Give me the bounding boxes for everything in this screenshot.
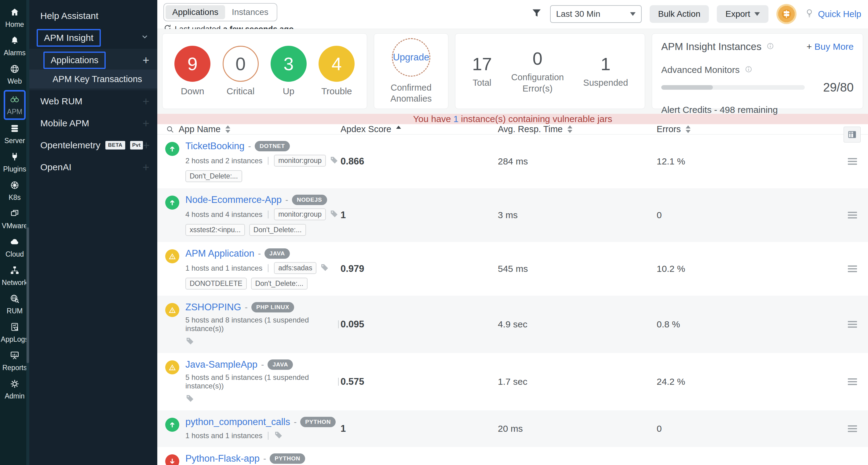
- plus-icon[interactable]: +: [143, 118, 149, 129]
- subnav-item-apm-key-transactions[interactable]: APM Key Transactions: [29, 70, 157, 89]
- rail-item-admin[interactable]: Admin: [5, 379, 25, 400]
- rail-item-web[interactable]: Web: [8, 64, 22, 86]
- status-critical[interactable]: 0 Critical: [223, 46, 259, 96]
- app-name-link[interactable]: Node-Ecommerce-App: [185, 194, 282, 205]
- row-menu-icon[interactable]: [848, 158, 857, 165]
- critical-count-circle[interactable]: 0: [223, 46, 259, 82]
- stat-suspended[interactable]: 1 Suspended: [583, 54, 628, 88]
- up-count-circle[interactable]: 3: [271, 46, 307, 82]
- subnav-item-web-rum[interactable]: Web RUM +: [29, 90, 157, 112]
- table-row[interactable]: Python-Flask-app - PYTHON 2 hosts and 2 …: [157, 447, 868, 465]
- subnav-item-help-assistant[interactable]: Help Assistant: [29, 5, 157, 27]
- rail-item-reports[interactable]: Reports: [2, 351, 27, 372]
- column-picker-button[interactable]: [843, 127, 861, 142]
- subnav-item-apm-insight[interactable]: APM Insight: [29, 27, 157, 49]
- table-row[interactable]: ZSHOPPING - PHP LINUX 5 hosts and 8 inst…: [157, 296, 868, 353]
- confirmed-anomalies-label: Confirmed Anomalies: [385, 82, 437, 104]
- rail-item-server[interactable]: Server: [4, 124, 25, 145]
- app-name-link[interactable]: TicketBooking: [185, 141, 245, 152]
- app-name-link[interactable]: ZSHOPPING: [185, 302, 241, 313]
- stat-total[interactable]: 17 Total: [472, 54, 492, 88]
- tag-icon[interactable]: [330, 156, 339, 166]
- tag-icon[interactable]: [185, 337, 194, 347]
- vulnerable-jars-banner[interactable]: You have 1 instance(s) containing vulner…: [157, 114, 868, 124]
- tag-chip[interactable]: Don't_Delete:...: [251, 278, 308, 290]
- tag-icon[interactable]: [330, 209, 339, 220]
- tag-icon[interactable]: [320, 263, 329, 273]
- rail-item-cloud[interactable]: Cloud: [5, 237, 24, 259]
- rail-item-home[interactable]: Home: [5, 7, 24, 29]
- plus-sign: +: [807, 41, 812, 52]
- status-trouble[interactable]: 4 Trouble: [318, 46, 354, 96]
- table-row[interactable]: Java-SampleApp - JAVA 5 hosts and 5 inst…: [157, 353, 868, 410]
- row-menu-icon[interactable]: [848, 378, 857, 385]
- separator: [268, 210, 269, 219]
- tag-icon[interactable]: [185, 394, 194, 404]
- time-range-select[interactable]: Last 30 Min: [550, 5, 642, 23]
- upgrade-button[interactable]: Upgrade: [392, 38, 430, 76]
- rail-item-apm-selected[interactable]: APM: [4, 90, 26, 120]
- bulk-action-button[interactable]: Bulk Action: [650, 5, 709, 23]
- rail-scrollbar-thumb[interactable]: [27, 227, 29, 363]
- tab-instances[interactable]: Instances: [225, 5, 275, 19]
- tag-chip[interactable]: DONOTDELETE: [185, 278, 247, 290]
- info-icon[interactable]: [744, 65, 753, 75]
- stat-configuration-errors[interactable]: 0 Configuration Error(s): [508, 48, 566, 94]
- row-menu-icon[interactable]: [848, 212, 857, 219]
- export-button[interactable]: Export: [717, 5, 769, 23]
- status-up[interactable]: 3 Up: [271, 46, 307, 96]
- plus-icon[interactable]: +: [143, 54, 149, 66]
- tab-applications[interactable]: Applications: [165, 5, 225, 19]
- rail-item-k8s[interactable]: K8s: [8, 180, 21, 202]
- column-avg-resp-time[interactable]: Avg. Resp. Time: [498, 124, 657, 134]
- row-menu-icon[interactable]: [848, 321, 857, 328]
- plus-icon[interactable]: +: [143, 161, 149, 173]
- app-name-link[interactable]: Python-Flask-app: [185, 453, 259, 464]
- subnav-item-opentelemetry[interactable]: Opentelemetry BETA Pvt +: [29, 134, 157, 156]
- app-name-link[interactable]: APM Application: [185, 248, 254, 259]
- info-icon[interactable]: [766, 41, 775, 52]
- tag-chip[interactable]: adfs:sadas: [274, 262, 316, 274]
- tag-icon[interactable]: [274, 431, 283, 441]
- whats-new-signpost-icon[interactable]: [776, 4, 797, 24]
- buy-more-link[interactable]: + Buy More: [807, 41, 854, 52]
- table-row[interactable]: TicketBooking - DOTNET 2 hosts and 2 ins…: [157, 135, 868, 188]
- subnav-item-mobile-apm[interactable]: Mobile APM +: [29, 112, 157, 134]
- chevron-down-icon[interactable]: [140, 32, 149, 44]
- rail-item-alarms[interactable]: Alarms: [4, 36, 26, 57]
- status-down[interactable]: 9 Down: [175, 46, 211, 96]
- plus-icon[interactable]: +: [143, 96, 149, 107]
- rail-item-vmware[interactable]: VMware: [2, 209, 28, 230]
- tag-chip[interactable]: monitor:group: [274, 208, 326, 220]
- apm-subnav: Help Assistant APM Insight Applications …: [29, 0, 157, 465]
- quick-help-link[interactable]: Quick Help: [804, 8, 861, 20]
- tag-chip[interactable]: monitor:group: [274, 155, 326, 167]
- trouble-count-circle[interactable]: 4: [318, 46, 354, 82]
- app-name-link[interactable]: Java-SampleApp: [185, 359, 257, 370]
- column-errors[interactable]: Errors: [657, 124, 838, 134]
- separator: -: [294, 417, 297, 427]
- table-row[interactable]: python_component_calls - PYTHON 1 hosts …: [157, 410, 868, 447]
- subnav-item-openai[interactable]: OpenAI +: [29, 156, 157, 178]
- app-name-link[interactable]: python_component_calls: [185, 417, 290, 428]
- presentation-board-icon: [10, 351, 20, 362]
- column-apdex-score[interactable]: Apdex Score: [341, 124, 498, 134]
- table-row[interactable]: Node-Ecommerce-App - NODEJS 4 hosts and …: [157, 188, 868, 242]
- rail-item-network[interactable]: Network: [2, 265, 28, 287]
- tag-chip[interactable]: Don't_Delete:...: [249, 224, 306, 236]
- plus-icon[interactable]: +: [143, 139, 150, 151]
- tag-chip[interactable]: xsstest2:<inpu...: [185, 224, 245, 236]
- subnav-item-applications-selected[interactable]: Applications +: [29, 51, 157, 70]
- rail-item-rum[interactable]: RUM: [7, 294, 23, 315]
- rail-label: RUM: [7, 307, 23, 315]
- row-menu-icon[interactable]: [848, 265, 857, 272]
- rail-item-plugins[interactable]: Plugins: [3, 152, 26, 173]
- down-count-circle[interactable]: 9: [175, 46, 211, 82]
- rail-item-applogs[interactable]: AppLogs: [1, 322, 29, 343]
- table-row[interactable]: APM Application - JAVA 1 hosts and 1 ins…: [157, 242, 868, 296]
- filter-funnel-icon[interactable]: [531, 8, 542, 20]
- tag-chip[interactable]: Don't_Delete:...: [185, 170, 242, 182]
- row-menu-icon[interactable]: [848, 425, 857, 432]
- time-range-value: Last 30 Min: [556, 9, 600, 19]
- column-app-name[interactable]: App Name: [157, 124, 341, 134]
